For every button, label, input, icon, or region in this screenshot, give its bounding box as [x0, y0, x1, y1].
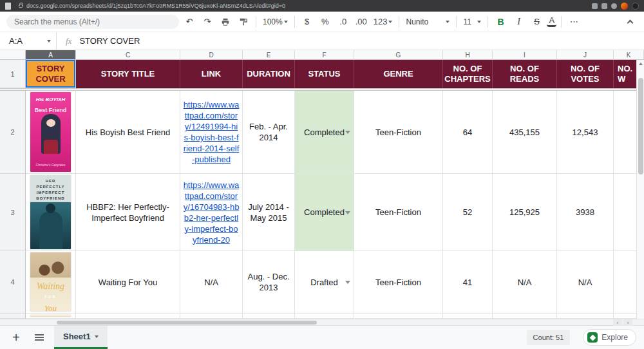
cell-genre-header[interactable]: GENRE — [354, 60, 443, 88]
column-header-h[interactable]: H — [443, 50, 493, 60]
search-menus-input[interactable] — [6, 15, 179, 29]
bold-button[interactable]: B — [493, 14, 508, 30]
cell-reads[interactable] — [493, 314, 557, 319]
browser-menu-icon[interactable] — [632, 3, 639, 10]
cell-story-title-header[interactable]: STORY TITLE — [76, 60, 180, 88]
select-all-corner[interactable] — [0, 50, 26, 60]
horizontal-scrollbar-thumb[interactable] — [57, 321, 317, 325]
cell-chapters[interactable]: 52 — [443, 174, 493, 251]
scroll-up-button[interactable] — [637, 60, 644, 68]
cell-status[interactable]: Completed — [295, 91, 354, 174]
hide-menus-button[interactable] — [622, 14, 638, 30]
cell-duration[interactable]: Aug. - Dec. 2013 — [243, 251, 295, 314]
cell-votes[interactable] — [557, 314, 614, 319]
cell-status[interactable] — [295, 314, 354, 319]
redo-button[interactable]: ↷ — [200, 14, 215, 30]
all-sheets-icon[interactable] — [35, 337, 44, 338]
selection-count-badge[interactable]: Count: 51 — [527, 330, 571, 345]
cell-a1-story-cover[interactable]: STORY COVER — [26, 60, 76, 88]
notifications-icon[interactable] — [611, 3, 617, 9]
scroll-left-button[interactable]: ‹ — [613, 319, 622, 326]
cell-duration[interactable]: July 2014 - May 2015 — [243, 174, 295, 251]
italic-button[interactable]: I — [511, 14, 526, 30]
extensions-icon[interactable] — [601, 3, 607, 9]
cell-story-title[interactable]: Waiting For You — [76, 251, 180, 314]
cell-genre[interactable]: Teen-Fiction — [354, 91, 443, 174]
horizontal-scrollbar[interactable]: ‹ › — [0, 319, 644, 325]
sheet-tab-sheet1[interactable]: Sheet1 — [54, 326, 108, 349]
add-sheet-button[interactable]: + — [8, 331, 24, 344]
address-bar[interactable]: docs.google.com/spreadsheets/d/1j5zq1bTc… — [26, 3, 588, 9]
cell-duration[interactable] — [243, 314, 295, 319]
cell-votes[interactable]: 12,543 — [557, 91, 614, 174]
row-number-1[interactable]: 1 — [0, 60, 26, 88]
column-header-f[interactable]: F — [295, 50, 354, 60]
zoom-select[interactable]: 100% — [261, 14, 290, 30]
format-currency-button[interactable]: $ — [299, 14, 315, 30]
number-format-button[interactable]: 123 — [372, 14, 395, 30]
row-number-5[interactable] — [0, 314, 26, 319]
cell-chapters-header[interactable]: NO. OF CHAPTERS — [443, 60, 493, 88]
column-header-a[interactable]: A — [26, 50, 76, 60]
formula-input[interactable]: STORY COVER — [79, 36, 140, 46]
cell-reads[interactable]: 435,155 — [493, 91, 557, 174]
cell-chapters[interactable]: 64 — [443, 91, 493, 174]
cell-story-title[interactable]: His Boyish Best Friend — [76, 91, 180, 174]
font-family-select[interactable]: Nunito — [404, 14, 451, 30]
decrease-decimal-button[interactable]: .0 — [336, 14, 351, 30]
profile-avatar[interactable] — [621, 3, 628, 10]
cell-chapters[interactable] — [443, 314, 493, 319]
story-link[interactable]: https://www.wattpad.com/story/16704983-h… — [183, 180, 240, 245]
vertical-scrollbar-thumb[interactable] — [638, 78, 643, 174]
print-button[interactable] — [218, 14, 233, 30]
name-box[interactable]: A:A — [0, 32, 57, 50]
row-number-4[interactable]: 4 — [0, 251, 26, 314]
cell-cover-row4[interactable]: Waiting FOR You — [26, 251, 76, 314]
cell-votes[interactable]: 3938 — [557, 174, 614, 251]
cell-cover-row3[interactable]: HER PERFECTLY IMPERFECT BOYFRIEND — [26, 174, 76, 251]
cell-votes[interactable]: N/A — [557, 251, 614, 314]
explore-button[interactable]: Explore — [583, 329, 636, 346]
paint-format-button[interactable] — [236, 14, 251, 30]
column-header-d[interactable]: D — [180, 50, 243, 60]
column-header-i[interactable]: I — [493, 50, 557, 60]
vertical-scrollbar[interactable] — [636, 60, 644, 319]
increase-decimal-button[interactable]: .00 — [354, 14, 369, 30]
strikethrough-button[interactable]: S — [529, 14, 544, 30]
cell-chapters[interactable]: 41 — [443, 251, 493, 314]
column-header-c[interactable]: C — [76, 50, 180, 60]
scroll-right-button[interactable]: › — [623, 319, 632, 326]
row-number-2[interactable]: 2 — [0, 91, 26, 174]
story-link[interactable]: https://www.wattpad.com/story/12491994-h… — [183, 99, 240, 165]
dropdown-arrow-icon[interactable] — [345, 281, 350, 284]
cell-link[interactable]: N/A — [180, 251, 243, 314]
column-header-g[interactable]: G — [354, 50, 443, 60]
cell-genre[interactable]: Teen-Fiction — [354, 251, 443, 314]
column-header-k[interactable]: K — [614, 50, 644, 60]
cell-status[interactable]: Drafted — [295, 251, 354, 314]
cell-link[interactable] — [180, 314, 243, 319]
more-options-button[interactable]: ⋯ — [566, 14, 582, 30]
cell-duration[interactable]: Feb. - Apr. 2014 — [243, 91, 295, 174]
dropdown-arrow-icon[interactable] — [345, 131, 350, 134]
cell-cover-row2[interactable]: His BOYISH Best Friend Christine's Fairy… — [26, 91, 76, 174]
cell-duration-header[interactable]: DURATION — [243, 60, 295, 88]
cell-cover-row5[interactable] — [26, 314, 76, 319]
font-size-select[interactable]: 11 — [461, 14, 483, 30]
format-percent-button[interactable]: % — [317, 14, 333, 30]
cell-genre[interactable] — [354, 314, 443, 319]
row-number-3[interactable]: 3 — [0, 174, 26, 251]
text-color-button[interactable]: A — [547, 17, 556, 27]
cell-status-header[interactable]: STATUS — [295, 60, 354, 88]
cell-reads[interactable]: 125,925 — [493, 174, 557, 251]
cell-votes-header[interactable]: NO. OF VOTES — [557, 60, 614, 88]
cell-story-title[interactable] — [76, 314, 180, 319]
cast-icon[interactable] — [592, 3, 598, 9]
column-header-j[interactable]: J — [557, 50, 614, 60]
column-header-e[interactable]: E — [243, 50, 295, 60]
cell-link[interactable]: https://www.wattpad.com/story/16704983-h… — [180, 174, 243, 251]
undo-button[interactable]: ↶ — [182, 14, 197, 30]
cell-link-header[interactable]: LINK — [180, 60, 243, 88]
cell-reads-header[interactable]: NO. OF READS — [493, 60, 557, 88]
cell-story-title[interactable]: HBBF2: Her Perfectly-Imperfect Boyfriend — [76, 174, 180, 251]
